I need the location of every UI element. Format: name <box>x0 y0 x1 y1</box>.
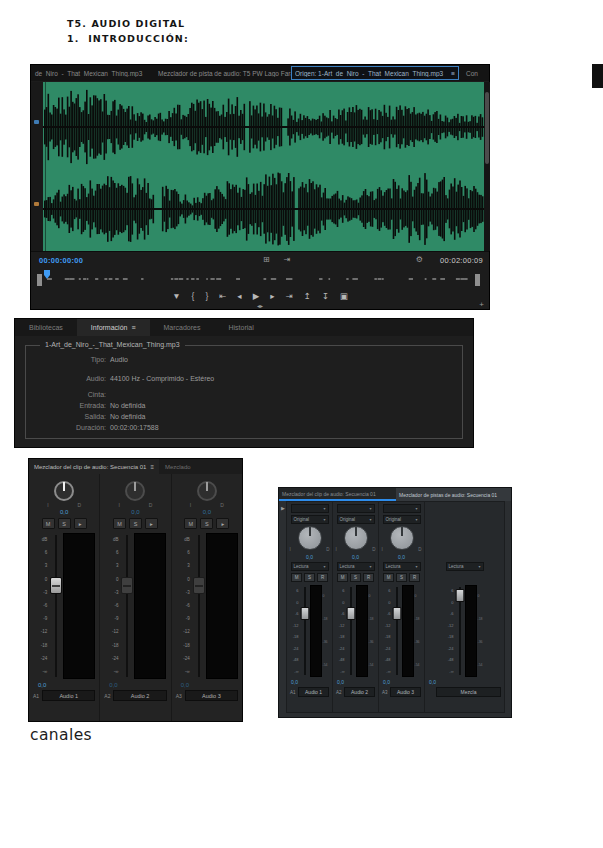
mark-in-icon[interactable]: { <box>192 289 195 303</box>
display-mode-icon[interactable]: ⊞ <box>263 255 270 264</box>
automation-mode-dropdown[interactable]: Lectura▾ <box>291 562 329 571</box>
fader-handle[interactable] <box>50 577 62 594</box>
tab-controls-partial[interactable]: Con <box>459 70 478 77</box>
tab-track-mixer-active[interactable]: Mezclador de pistas de audio: Secuencia … <box>396 488 511 501</box>
zoombar-left-handle[interactable] <box>37 274 42 286</box>
volume-fader[interactable] <box>392 585 402 677</box>
write-keyframes-icon[interactable]: ▸ <box>216 518 229 529</box>
volume-fader[interactable] <box>120 533 134 679</box>
automation-mode-dropdown[interactable]: Lectura▾ <box>337 562 375 571</box>
effects-preset-dropdown[interactable]: Original▾ <box>383 515 421 524</box>
current-timecode[interactable]: 00:00:00:00 <box>39 256 83 265</box>
pan-knob[interactable] <box>197 481 217 501</box>
pan-value[interactable]: 0,0 <box>306 554 313 560</box>
level-value[interactable]: 0,0 <box>429 679 436 685</box>
tab-clip-mixer-inactive[interactable]: Mezclador del clip de audio: Secuencia 0… <box>279 488 396 501</box>
solo-button[interactable]: S <box>58 518 71 529</box>
tab-historial[interactable]: Historial <box>215 319 268 336</box>
go-to-in-icon[interactable]: ⇤ <box>219 289 226 303</box>
mute-button[interactable]: M <box>291 573 302 582</box>
volume-value[interactable]: 0,0 <box>109 682 117 688</box>
automation-mode-dropdown[interactable]: Lectura▾ <box>446 562 484 571</box>
input-dropdown[interactable]: ▾ <box>337 504 375 513</box>
pan-value[interactable]: 0,0 <box>398 554 405 560</box>
tab-informacion[interactable]: Información ≡ <box>77 319 150 336</box>
tab-marcadores[interactable]: Marcadores <box>150 319 215 336</box>
fader-handle[interactable] <box>121 577 133 594</box>
mute-button[interactable]: M <box>383 573 394 582</box>
settings-wrench-icon[interactable]: ⚙ <box>416 255 423 264</box>
audio-waveform-display[interactable] <box>43 82 484 251</box>
panel-menu-icon[interactable]: ≡ <box>451 70 455 77</box>
panel-menu-icon[interactable]: ≡ <box>150 464 154 470</box>
volume-value[interactable]: 0,0 <box>181 682 189 688</box>
fader-handle[interactable] <box>346 607 355 620</box>
pan-value[interactable]: 0,0 <box>352 554 359 560</box>
pan-value[interactable]: 0,0 <box>203 509 211 515</box>
mark-out-icon[interactable]: } <box>205 289 208 303</box>
write-keyframes-icon[interactable]: ▸ <box>74 518 87 529</box>
add-marker-icon[interactable]: ▼ <box>172 289 180 303</box>
tab-clip-mixer-active[interactable]: Mezclador del clip de audio: Secuencia 0… <box>29 459 159 474</box>
tab-next-partial[interactable]: Mezclado <box>159 459 242 474</box>
play-in-to-out-icon[interactable]: ⇥ <box>284 255 291 264</box>
record-arm-button[interactable]: R <box>363 573 374 582</box>
volume-fader[interactable] <box>49 533 63 679</box>
vertical-scrollbar-handle[interactable] <box>485 92 489 164</box>
fader-handle[interactable] <box>300 607 309 620</box>
step-forward-icon[interactable]: ▸ <box>270 289 274 303</box>
lift-icon[interactable]: ↥ <box>304 289 311 303</box>
pan-knob[interactable] <box>54 481 74 501</box>
vertical-scrollbar[interactable] <box>484 82 490 251</box>
drag-audio-video-icon[interactable]: ◂▸ <box>257 302 263 309</box>
tab-bibliotecas[interactable]: Bibliotecas <box>15 319 77 336</box>
record-arm-button[interactable]: R <box>317 573 328 582</box>
pan-knob[interactable] <box>125 481 145 501</box>
input-dropdown[interactable]: ▾ <box>291 504 329 513</box>
tab-source-active[interactable]: Origen: 1-Art_de_Niro_-_That_Mexican_Thi… <box>291 66 459 80</box>
automation-mode-dropdown[interactable]: Lectura▾ <box>383 562 421 571</box>
mute-button[interactable]: M <box>184 518 197 529</box>
mute-button[interactable]: M <box>113 518 126 529</box>
volume-fader[interactable] <box>192 533 206 679</box>
tab-audio-track-mixer[interactable]: Mezclador de pista de audio: T5 PW Lago … <box>158 70 291 77</box>
fader-handle[interactable] <box>455 589 464 602</box>
show-effects-arrow-icon[interactable]: ▶ <box>281 505 285 511</box>
fader-handle[interactable] <box>193 577 205 594</box>
write-keyframes-icon[interactable]: ▸ <box>145 518 158 529</box>
level-value[interactable]: 0,0 <box>383 679 390 685</box>
mute-button[interactable]: M <box>42 518 55 529</box>
button-editor-icon[interactable]: + <box>479 300 484 309</box>
volume-fader[interactable] <box>455 585 465 677</box>
panel-menu-icon[interactable]: ≡ <box>131 324 135 331</box>
pan-value[interactable]: 0,0 <box>60 509 68 515</box>
mini-timeline[interactable] <box>31 268 489 289</box>
fader-handle[interactable] <box>392 607 401 620</box>
level-value[interactable]: 0,0 <box>291 679 298 685</box>
volume-fader[interactable] <box>346 585 356 677</box>
effects-preset-dropdown[interactable]: Original▾ <box>291 515 329 524</box>
solo-button[interactable]: S <box>396 573 407 582</box>
step-back-icon[interactable]: ◂ <box>237 289 241 303</box>
effects-preset-dropdown[interactable]: Original▾ <box>337 515 375 524</box>
pan-knob[interactable] <box>298 526 322 550</box>
volume-value[interactable]: 0,0 <box>38 682 46 688</box>
volume-fader[interactable] <box>300 585 310 677</box>
tab-clip-partial[interactable]: de_Niro_-_That_Mexican_Thing.mp3 <box>31 70 158 77</box>
export-frame-icon[interactable]: ▣ <box>340 289 348 303</box>
pan-knob[interactable] <box>344 526 368 550</box>
solo-button[interactable]: S <box>129 518 142 529</box>
input-dropdown[interactable]: ▾ <box>383 504 421 513</box>
mute-button[interactable]: M <box>337 573 348 582</box>
pan-value[interactable]: 0,0 <box>131 509 139 515</box>
solo-button[interactable]: S <box>350 573 361 582</box>
go-to-out-icon[interactable]: ⇥ <box>285 289 292 303</box>
solo-button[interactable]: S <box>200 518 213 529</box>
transport-controls: ▼ { } ⇤ ◂ ▶ ▸ ⇥ ↥ ↧ ▣ <box>31 289 489 303</box>
pan-knob[interactable] <box>390 526 414 550</box>
play-icon[interactable]: ▶ <box>253 289 260 303</box>
level-value[interactable]: 0,0 <box>337 679 344 685</box>
extract-icon[interactable]: ↧ <box>322 289 329 303</box>
solo-button[interactable]: S <box>304 573 315 582</box>
record-arm-button[interactable]: R <box>409 573 420 582</box>
